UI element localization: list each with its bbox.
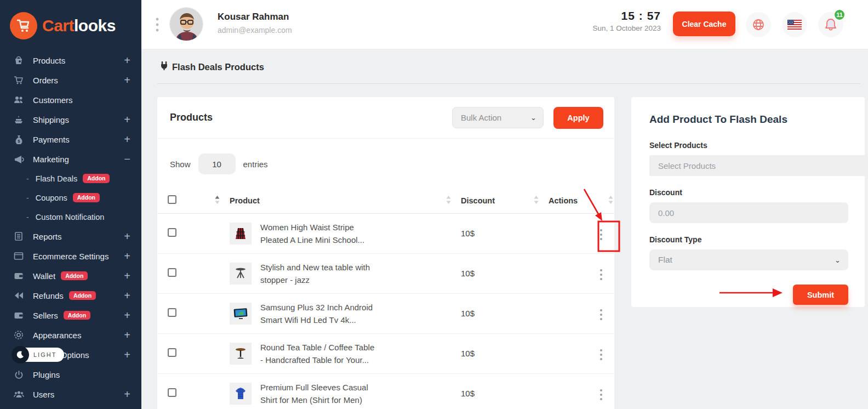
row-actions-kebab-icon[interactable] (595, 346, 608, 363)
bulk-action-select[interactable]: Bulk Action ⌄ (452, 107, 544, 128)
sidebar-item-label: Shippings (33, 115, 69, 124)
column-header-actions[interactable]: Actions (549, 196, 578, 205)
sidebar-item-label: Products (33, 56, 65, 65)
product-thumbnail-plaid-skirt (230, 223, 252, 245)
row-actions-kebab-icon[interactable] (595, 266, 608, 283)
sidebar-subitem-coupons[interactable]: - Coupons Addon (0, 188, 141, 207)
sidebar-item-label: Refunds (33, 291, 64, 300)
moon-icon (12, 346, 29, 363)
user-email: admin@example.com (218, 26, 292, 35)
theme-toggle[interactable]: LIGHT (12, 347, 64, 362)
page-title: Flash Deals Products (172, 62, 264, 72)
country-flag-button[interactable] (782, 12, 807, 37)
apply-button[interactable]: Apply (553, 107, 603, 129)
reports-icon (13, 231, 24, 241)
product-name[interactable]: Women High Waist StripePleated A Line Mi… (260, 221, 364, 246)
addon-badge: Addon (73, 193, 100, 202)
basket-icon (13, 55, 24, 65)
sidebar-item-sellers[interactable]: Sellers Addon + (0, 305, 141, 325)
expand-plus-icon[interactable]: + (124, 134, 130, 145)
submit-button[interactable]: Submit (793, 285, 848, 305)
row-actions-kebab-icon[interactable] (595, 226, 608, 243)
sidebar-item-business-settings[interactable]: Business Settings (0, 404, 141, 409)
chevron-down-icon: ⌄ (530, 113, 536, 122)
collapse-minus-icon[interactable]: − (124, 154, 130, 164)
subitem-label: Custom Notification (36, 213, 105, 221)
discount-input[interactable] (649, 202, 848, 223)
sidebar-item-marketing[interactable]: Marketing − (0, 149, 141, 169)
discount-value: 10$ (461, 229, 475, 238)
sidebar-item-shippings[interactable]: Shippings + (0, 110, 141, 129)
sidebar-item-label: Customers (33, 95, 73, 105)
dash-icon: - (26, 194, 29, 202)
sidebar-item-orders[interactable]: Orders + (0, 70, 141, 90)
products-table: Product Discount Actions Women High Wais… (157, 188, 614, 409)
sort-icon[interactable] (608, 196, 613, 206)
expand-plus-icon[interactable]: + (124, 55, 130, 66)
sidebar-item-refunds[interactable]: Refunds Addon + (0, 286, 141, 305)
sidebar-item-reports[interactable]: Reports + (0, 226, 141, 246)
sidebar-item-ecommerce-settings[interactable]: Ecommerce Settings + (0, 246, 141, 266)
expand-plus-icon[interactable]: + (124, 231, 130, 242)
clear-cache-button[interactable]: Clear Cache (673, 12, 735, 36)
sidebar-item-customers[interactable]: Customers (0, 90, 141, 110)
entries-per-page-select[interactable]: 10 (198, 154, 236, 174)
sidebar-item-wallet[interactable]: Wallet Addon + (0, 266, 141, 286)
expand-plus-icon[interactable]: + (124, 251, 130, 262)
expand-plus-icon[interactable]: + (124, 349, 130, 360)
row-checkbox[interactable] (168, 308, 176, 317)
user-avatar[interactable] (169, 7, 203, 41)
money-bag-icon: $ (13, 134, 24, 144)
sidebar-item-label: Appearances (33, 331, 81, 340)
row-actions-kebab-icon[interactable] (595, 306, 608, 323)
expand-plus-icon[interactable]: + (124, 290, 130, 301)
discount-type-select[interactable]: Flat ⌄ (649, 249, 848, 270)
expand-plus-icon[interactable]: + (124, 310, 130, 321)
row-checkbox[interactable] (168, 228, 176, 237)
column-header-discount[interactable]: Discount (461, 196, 495, 205)
subitem-label: Coupons (36, 194, 67, 202)
subitem-label: Flash Deals (36, 174, 78, 183)
users-group-icon (13, 389, 24, 399)
sidebar-item-payments[interactable]: $ Payments + (0, 129, 141, 149)
language-button[interactable] (746, 12, 771, 37)
expand-plus-icon[interactable]: + (124, 330, 130, 340)
expand-plus-icon[interactable]: + (124, 270, 130, 281)
sort-icon[interactable] (215, 196, 220, 206)
brand-logo[interactable]: Cartlooks (0, 0, 141, 49)
sidebar-item-label: Wallet (33, 271, 55, 281)
sort-icon[interactable] (446, 196, 451, 206)
product-name[interactable]: Stylish and New tea table withstopper - … (260, 261, 370, 286)
sidebar-item-label: Marketing (33, 155, 69, 164)
sort-icon[interactable] (534, 196, 539, 206)
row-actions-kebab-icon[interactable] (595, 386, 608, 404)
discount-value: 10$ (461, 349, 475, 358)
expand-plus-icon[interactable]: + (124, 114, 130, 125)
sidebar-item-plugins[interactable]: Plugins (0, 365, 141, 384)
column-header-product[interactable]: Product (230, 196, 260, 205)
row-checkbox[interactable] (168, 388, 176, 397)
show-label: Show (170, 160, 191, 169)
product-name[interactable]: Premium Full Sleeves CasualShirt for Men… (260, 381, 368, 406)
sidebar-subitem-custom-notification[interactable]: - Custom Notification (0, 207, 141, 226)
sidebar-item-products[interactable]: Products + (0, 50, 141, 70)
expand-plus-icon[interactable]: + (124, 389, 130, 400)
product-name[interactable]: Round Tea Table / Coffee Table- Handcraf… (260, 341, 374, 366)
sidebar-subitem-flash-deals[interactable]: - Flash Deals Addon (0, 169, 141, 188)
sidebar-item-label: Plugins (33, 370, 60, 379)
addon-badge: Addon (83, 174, 110, 183)
select-all-checkbox[interactable] (168, 195, 176, 204)
dash-icon: - (26, 213, 29, 221)
product-name[interactable]: Samsung Plus 32 Inch AndroidSmart Wifi H… (260, 301, 373, 326)
top-header: Kousar Rahman admin@example.com 15 : 57 … (141, 0, 868, 49)
select-products-input[interactable] (649, 155, 868, 176)
row-checkbox[interactable] (168, 348, 176, 357)
expand-plus-icon[interactable]: + (124, 75, 130, 86)
notifications-button[interactable]: 11 (818, 12, 843, 37)
header-kebab-menu-icon[interactable] (156, 17, 159, 35)
dash-icon: - (26, 174, 29, 183)
row-checkbox[interactable] (168, 268, 176, 277)
addon-badge: Addon (61, 271, 88, 281)
sidebar-item-appearances[interactable]: Appearances + (0, 325, 141, 345)
sidebar-item-users[interactable]: Users + (0, 384, 141, 404)
